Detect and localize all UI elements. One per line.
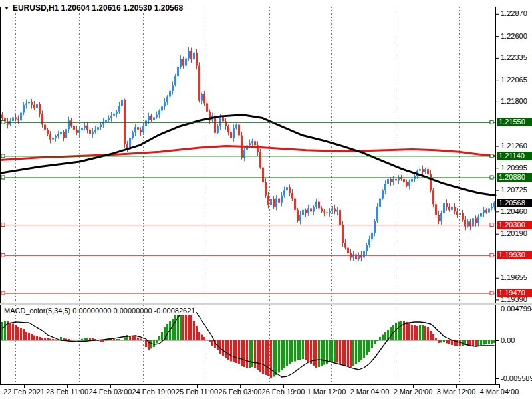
candle-bear (454, 207, 456, 211)
candle-bull (188, 51, 190, 58)
candle-bull (302, 210, 304, 215)
candle-bear (475, 218, 477, 223)
hline-handle[interactable] (490, 154, 493, 158)
price-tick-label: 1.20190 (501, 229, 527, 238)
macd-hist-bar (121, 340, 123, 340)
macd-hist-bar (17, 327, 19, 340)
macd-hist-bar (432, 334, 434, 340)
candle-bear (347, 248, 349, 253)
candle-bear (227, 126, 229, 132)
macd-hist-bar (20, 328, 22, 340)
candle-bull (283, 190, 285, 195)
candle-bear (294, 199, 296, 210)
macd-hist-bar (374, 340, 376, 344)
candle-bull (81, 128, 83, 130)
candle-bear (427, 169, 429, 174)
macd-hist-bar (472, 340, 474, 346)
candle-bull (491, 207, 493, 208)
macd-hist-bar (283, 340, 285, 368)
hline-handle[interactable] (490, 223, 493, 227)
candle-bear (259, 152, 261, 167)
hline-handle[interactable] (1, 176, 5, 179)
macd-indicator-label: MACD_color(5,34,5) 0.00000000 0.00000000… (3, 307, 196, 315)
candle-bear (430, 174, 432, 191)
macd-hist-bar (227, 340, 229, 360)
candle-bull (166, 96, 168, 101)
macd-hist-bar (294, 340, 296, 362)
candle-bull (352, 255, 354, 258)
macd-hist-bar (235, 340, 237, 363)
macd-hist-bar (438, 340, 440, 343)
macd-hist-bar (12, 324, 14, 341)
macd-hist-bar (302, 340, 304, 359)
hline-handle[interactable] (490, 253, 493, 257)
macd-hist-bar (190, 315, 192, 340)
candle-bull (379, 199, 381, 207)
candle-bull (84, 126, 86, 128)
macd-hist-bar (188, 313, 190, 340)
hline-handle[interactable] (1, 291, 5, 295)
price-level-badge: 1.20300 (497, 221, 532, 229)
macd-hist-bar (382, 335, 384, 341)
candle-bear (326, 213, 328, 213)
candle-bull (142, 126, 144, 132)
candle-bull (249, 143, 251, 145)
candle-wick (324, 209, 325, 216)
hline-handle[interactable] (1, 223, 5, 227)
candle-bull (156, 115, 158, 118)
macd-hist-bar (70, 340, 72, 340)
candle-bear (262, 168, 264, 182)
candle-bull (368, 239, 370, 245)
macd-hist-bar (206, 340, 208, 340)
candle-bear (318, 202, 320, 209)
candle-bear (342, 225, 344, 243)
macd-hist-bar (102, 340, 104, 342)
candle-bear (462, 213, 464, 220)
candle-bear (422, 169, 424, 172)
candle-bull (92, 132, 94, 134)
macd-hist-bar (440, 340, 442, 343)
hline-handle[interactable] (490, 120, 493, 124)
panel-splitter[interactable] (0, 303, 532, 305)
chart-canvas[interactable] (0, 0, 532, 399)
time-tick-label: 25 Feb 11:00 (176, 388, 218, 396)
macd-hist-bar (416, 326, 418, 340)
symbol-title: ▼EURUSD,H1 1.20604 1.20616 1.20530 1.205… (3, 3, 184, 13)
macd-hist-bar (55, 340, 57, 341)
candle-bull (363, 251, 365, 258)
hline-handle[interactable] (490, 291, 493, 295)
price-tick-label: 1.22065 (501, 76, 527, 84)
candle-bull (113, 114, 115, 116)
macd-hist-bar (408, 323, 410, 340)
macd-hist-bar (1, 322, 3, 340)
candle-bull (419, 169, 421, 170)
candle-bear (448, 207, 450, 210)
macd-hist-bar (31, 334, 33, 340)
candle-bull (23, 105, 25, 113)
candle-bull (235, 124, 237, 128)
macd-hist-bar (249, 340, 251, 368)
macd-hist-bar (334, 340, 336, 362)
macd-hist-bar (230, 340, 232, 362)
hline-handle[interactable] (1, 253, 5, 257)
macd-hist-bar (185, 311, 187, 341)
macd-hist-bar (371, 340, 373, 348)
candle-bear (225, 122, 227, 126)
macd-hist-bar (267, 340, 269, 376)
hline-handle[interactable] (490, 176, 493, 179)
candle-bear (76, 130, 78, 133)
hline-handle[interactable] (1, 154, 5, 158)
macd-hist-bar (140, 339, 142, 341)
hline-handle[interactable] (1, 120, 5, 124)
candle-bear (44, 124, 46, 129)
candle-bull (12, 117, 14, 121)
candle-bull (459, 213, 461, 215)
symbol-dropdown-icon[interactable]: ▼ (4, 5, 9, 11)
time-tick-label: 22 Feb 2021 (3, 388, 45, 396)
macd-hist-bar (483, 340, 485, 345)
candle-bear (390, 179, 392, 182)
time-tick-label: 2 Mar 20:00 (394, 388, 433, 396)
candle-bear (140, 130, 142, 132)
macd-hist-bar (137, 338, 139, 340)
candle-bull (118, 106, 120, 112)
